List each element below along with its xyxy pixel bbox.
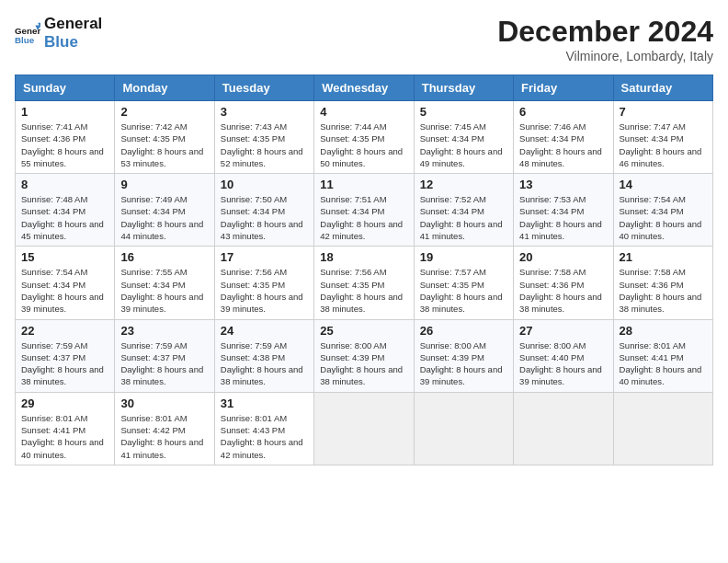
calendar-cell: 19 Sunrise: 7:57 AM Sunset: 4:35 PM Dayl…: [414, 247, 513, 319]
day-detail: Sunrise: 7:45 AM Sunset: 4:34 PM Dayligh…: [420, 121, 507, 169]
calendar-cell: 22 Sunrise: 7:59 AM Sunset: 4:37 PM Dayl…: [16, 319, 115, 392]
day-number: 22: [21, 324, 108, 338]
calendar-cell: 12 Sunrise: 7:52 AM Sunset: 4:34 PM Dayl…: [414, 174, 513, 247]
month-title: December 2024: [497, 15, 713, 49]
day-number: 7: [620, 105, 707, 119]
day-number: 5: [420, 105, 507, 119]
day-detail: Sunrise: 7:47 AM Sunset: 4:34 PM Dayligh…: [620, 121, 707, 169]
day-detail: Sunrise: 7:43 AM Sunset: 4:35 PM Dayligh…: [221, 121, 308, 169]
day-number: 25: [320, 324, 407, 338]
day-number: 31: [221, 396, 308, 410]
day-detail: Sunrise: 7:58 AM Sunset: 4:36 PM Dayligh…: [519, 266, 607, 315]
calendar-header-wednesday: Wednesday: [314, 75, 414, 101]
calendar-cell: 24 Sunrise: 7:59 AM Sunset: 4:38 PM Dayl…: [214, 319, 313, 392]
calendar-cell: [314, 392, 414, 465]
day-detail: Sunrise: 7:54 AM Sunset: 4:34 PM Dayligh…: [21, 266, 108, 315]
day-detail: Sunrise: 7:59 AM Sunset: 4:37 PM Dayligh…: [120, 339, 208, 388]
calendar-cell: 15 Sunrise: 7:54 AM Sunset: 4:34 PM Dayl…: [16, 247, 115, 319]
calendar-header-tuesday: Tuesday: [214, 75, 313, 101]
day-number: 2: [120, 105, 208, 119]
day-number: 1: [21, 105, 108, 119]
day-detail: Sunrise: 8:00 AM Sunset: 4:40 PM Dayligh…: [519, 339, 607, 388]
day-number: 29: [21, 396, 108, 410]
day-number: 14: [620, 178, 707, 191]
calendar-cell: 4 Sunrise: 7:44 AM Sunset: 4:35 PM Dayli…: [314, 101, 414, 174]
day-number: 19: [420, 250, 507, 264]
calendar-cell: 16 Sunrise: 7:55 AM Sunset: 4:34 PM Dayl…: [115, 247, 214, 319]
calendar-cell: 9 Sunrise: 7:49 AM Sunset: 4:34 PM Dayli…: [115, 174, 214, 247]
day-detail: Sunrise: 7:53 AM Sunset: 4:34 PM Dayligh…: [519, 193, 607, 242]
day-number: 23: [120, 324, 208, 338]
day-detail: Sunrise: 7:54 AM Sunset: 4:34 PM Dayligh…: [620, 193, 707, 242]
calendar-header-friday: Friday: [514, 75, 613, 101]
calendar-cell: 7 Sunrise: 7:47 AM Sunset: 4:34 PM Dayli…: [613, 101, 712, 174]
day-detail: Sunrise: 7:55 AM Sunset: 4:34 PM Dayligh…: [120, 266, 208, 315]
calendar-cell: 26 Sunrise: 8:00 AM Sunset: 4:39 PM Dayl…: [414, 319, 513, 392]
day-number: 8: [21, 178, 108, 191]
day-detail: Sunrise: 7:41 AM Sunset: 4:36 PM Dayligh…: [21, 121, 108, 169]
calendar-cell: 17 Sunrise: 7:56 AM Sunset: 4:35 PM Dayl…: [214, 247, 313, 319]
day-number: 10: [221, 178, 308, 191]
day-detail: Sunrise: 7:50 AM Sunset: 4:34 PM Dayligh…: [221, 193, 308, 242]
calendar-cell: [613, 392, 712, 465]
day-number: 13: [519, 178, 607, 191]
calendar-header-thursday: Thursday: [414, 75, 513, 101]
calendar-cell: 18 Sunrise: 7:56 AM Sunset: 4:35 PM Dayl…: [314, 247, 414, 319]
calendar-cell: 31 Sunrise: 8:01 AM Sunset: 4:43 PM Dayl…: [214, 392, 313, 465]
calendar-cell: 21 Sunrise: 7:58 AM Sunset: 4:36 PM Dayl…: [613, 247, 712, 319]
calendar-header-saturday: Saturday: [613, 75, 712, 101]
calendar-cell: 27 Sunrise: 8:00 AM Sunset: 4:40 PM Dayl…: [514, 319, 613, 392]
day-detail: Sunrise: 7:44 AM Sunset: 4:35 PM Dayligh…: [320, 121, 407, 169]
day-detail: Sunrise: 8:01 AM Sunset: 4:43 PM Dayligh…: [221, 412, 308, 461]
calendar-cell: [514, 392, 613, 465]
calendar-cell: 28 Sunrise: 8:01 AM Sunset: 4:41 PM Dayl…: [613, 319, 712, 392]
day-detail: Sunrise: 8:01 AM Sunset: 4:42 PM Dayligh…: [120, 412, 208, 461]
location: Vilminore, Lombardy, Italy: [497, 49, 713, 63]
calendar-header-sunday: Sunday: [16, 75, 115, 101]
day-detail: Sunrise: 7:56 AM Sunset: 4:35 PM Dayligh…: [221, 266, 308, 315]
calendar-week-row: 8 Sunrise: 7:48 AM Sunset: 4:34 PM Dayli…: [16, 174, 713, 247]
day-number: 4: [320, 105, 407, 119]
day-number: 24: [221, 324, 308, 338]
day-detail: Sunrise: 7:51 AM Sunset: 4:34 PM Dayligh…: [320, 193, 407, 242]
day-number: 11: [320, 178, 407, 191]
day-number: 21: [620, 250, 707, 264]
day-detail: Sunrise: 7:59 AM Sunset: 4:37 PM Dayligh…: [21, 339, 108, 388]
day-number: 3: [221, 105, 308, 119]
svg-text:Blue: Blue: [15, 36, 35, 46]
day-detail: Sunrise: 7:52 AM Sunset: 4:34 PM Dayligh…: [420, 193, 507, 242]
calendar-header-monday: Monday: [115, 75, 214, 101]
day-detail: Sunrise: 7:42 AM Sunset: 4:35 PM Dayligh…: [120, 121, 208, 169]
calendar-cell: 10 Sunrise: 7:50 AM Sunset: 4:34 PM Dayl…: [214, 174, 313, 247]
calendar-week-row: 15 Sunrise: 7:54 AM Sunset: 4:34 PM Dayl…: [16, 247, 713, 319]
calendar-week-row: 1 Sunrise: 7:41 AM Sunset: 4:36 PM Dayli…: [16, 101, 713, 174]
calendar-cell: [414, 392, 513, 465]
day-detail: Sunrise: 8:01 AM Sunset: 4:41 PM Dayligh…: [620, 339, 707, 388]
day-detail: Sunrise: 7:48 AM Sunset: 4:34 PM Dayligh…: [21, 193, 108, 242]
day-number: 26: [420, 324, 507, 338]
calendar-cell: 29 Sunrise: 8:01 AM Sunset: 4:41 PM Dayl…: [16, 392, 115, 465]
logo-icon: General Blue: [15, 20, 40, 46]
day-detail: Sunrise: 7:46 AM Sunset: 4:34 PM Dayligh…: [519, 121, 607, 169]
day-detail: Sunrise: 7:57 AM Sunset: 4:35 PM Dayligh…: [420, 266, 507, 315]
logo: General Blue General Blue: [15, 15, 102, 52]
day-number: 6: [519, 105, 607, 119]
day-number: 18: [320, 250, 407, 264]
page-header: General Blue General Blue December 2024 …: [15, 15, 713, 63]
day-detail: Sunrise: 7:58 AM Sunset: 4:36 PM Dayligh…: [620, 266, 707, 315]
calendar-cell: 6 Sunrise: 7:46 AM Sunset: 4:34 PM Dayli…: [514, 101, 613, 174]
day-detail: Sunrise: 7:56 AM Sunset: 4:35 PM Dayligh…: [320, 266, 407, 315]
title-block: December 2024 Vilminore, Lombardy, Italy: [497, 15, 713, 63]
calendar-cell: 1 Sunrise: 7:41 AM Sunset: 4:36 PM Dayli…: [16, 101, 115, 174]
day-detail: Sunrise: 8:01 AM Sunset: 4:41 PM Dayligh…: [21, 412, 108, 461]
calendar-week-row: 22 Sunrise: 7:59 AM Sunset: 4:37 PM Dayl…: [16, 319, 713, 392]
day-number: 20: [519, 250, 607, 264]
day-detail: Sunrise: 8:00 AM Sunset: 4:39 PM Dayligh…: [320, 339, 407, 388]
calendar-cell: 11 Sunrise: 7:51 AM Sunset: 4:34 PM Dayl…: [314, 174, 414, 247]
calendar-cell: 5 Sunrise: 7:45 AM Sunset: 4:34 PM Dayli…: [414, 101, 513, 174]
day-number: 28: [620, 324, 707, 338]
day-number: 9: [120, 178, 208, 191]
logo-general: General: [44, 15, 102, 33]
day-number: 12: [420, 178, 507, 191]
day-detail: Sunrise: 7:49 AM Sunset: 4:34 PM Dayligh…: [120, 193, 208, 242]
